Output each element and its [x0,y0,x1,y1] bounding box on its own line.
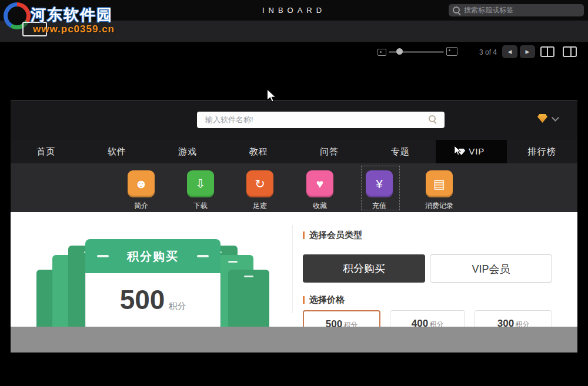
points-card-body: 500积分 [85,273,220,327]
shortcut-purchase-records[interactable]: ▤ 消费记录 [416,170,463,211]
panel-divider [292,225,293,313]
pane-icon [540,46,554,57]
shortcut-label: 消费记录 [416,201,463,211]
download-icon: ⇩ [187,170,214,197]
shortcut-label: 收藏 [296,201,343,211]
zoom-in-thumbnail-icon [446,47,457,56]
mouse-cursor-in-screenshot [454,145,462,159]
nav-item-topics[interactable]: 专题 [365,140,436,163]
layout-single-pane-button[interactable] [539,45,556,58]
recharge-panel: 积分购买 500积分 选择会员类型 积分购买 VIP会员 选择价格 500积分 … [11,212,577,327]
price-value: 500 [326,318,342,327]
price-option-500[interactable]: 500积分 [303,310,380,327]
nav-item-home[interactable]: 首页 [11,140,82,163]
nav-item-vip[interactable]: VIP [436,140,507,163]
points-card-title: 积分购买 [85,239,220,273]
layout-split-pane-button[interactable] [562,45,578,58]
nav-item-software[interactable]: 软件 [82,140,153,163]
library-search-input[interactable]: 搜索标题或标签 [449,4,584,16]
label-accent-bar [303,296,305,304]
shortcut-label: 简介 [118,201,165,211]
chevron-down-icon [552,114,559,122]
price-unit: 积分 [515,320,529,327]
price-option-300[interactable]: 300积分 [475,310,552,327]
price-unit: 积分 [343,321,358,327]
search-icon [453,6,462,15]
heart-icon: ♥ [306,170,333,197]
price-option-400[interactable]: 400积分 [390,310,465,327]
viewed-screenshot: 输入软件名称! 首页 软件 游戏 教程 问答 专题 VIP 排行榜 ☻ [11,100,577,353]
price-label: 选择价格 [303,294,345,306]
previous-image-button[interactable]: ◀ [502,45,517,58]
member-type-points-button[interactable]: 积分购买 [303,254,425,283]
page-footer-band [11,327,577,353]
software-search-placeholder: 输入软件名称! [205,112,253,128]
site-watermark: 河东软件园 www.pc0359.cn [0,0,129,42]
points-card: 积分购买 500积分 [85,239,220,327]
nav-item-games[interactable]: 游戏 [152,140,223,163]
nav-item-vip-label: VIP [469,146,485,156]
zoom-out-thumbnail-icon [377,49,386,56]
label-accent-bar [303,231,305,239]
stacked-card [228,270,269,327]
watermark-site-name: 河东软件园 [31,5,113,25]
shortcut-recharge[interactable]: ¥ 充值 [356,170,403,211]
shortcut-downloads[interactable]: ⇩ 下载 [177,170,224,211]
shortcut-label: 足迹 [236,201,283,211]
vip-account-badge[interactable] [537,113,561,125]
nav-item-ranking[interactable]: 排行榜 [507,140,578,163]
shortcut-history[interactable]: ↻ 足迹 [236,170,283,211]
price-value: 300 [497,318,514,327]
site-nav: 首页 软件 游戏 教程 问答 专题 VIP 排行榜 [11,140,577,163]
next-image-button[interactable]: ▶ [520,45,535,58]
history-clock-icon: ↻ [246,170,273,197]
mouse-cursor [266,88,277,106]
library-search-placeholder: 搜索标题或标签 [464,4,513,16]
shortcut-profile[interactable]: ☻ 简介 [118,170,165,211]
price-unit: 积分 [429,320,443,327]
watermark-site-url: www.pc0359.cn [33,24,115,35]
price-value: 400 [412,318,428,327]
shortcut-label: 下载 [177,201,224,211]
coin-icon: ¥ [366,170,393,197]
shortcut-label: 充值 [356,201,403,211]
shortcut-favorites[interactable]: ♥ 收藏 [296,170,343,211]
gem-icon [537,114,547,123]
inboard-window: INBOARD 搜索标题或标签 3 of 4 ◀ ▶ 输入软件名称! [0,0,588,386]
search-icon [429,115,437,124]
member-type-label: 选择会员类型 [303,230,362,241]
receipt-icon: ▤ [426,170,453,197]
zoom-slider-thumb[interactable] [396,48,403,55]
nav-item-tutorials[interactable]: 教程 [223,140,295,163]
profile-icon: ☻ [128,170,155,197]
member-type-vip-button[interactable]: VIP会员 [430,254,552,283]
software-search-input[interactable]: 输入软件名称! [197,112,445,128]
page-indicator: 3 of 4 [470,48,506,56]
nav-item-qa[interactable]: 问答 [294,140,365,163]
split-pane-icon [563,46,577,57]
site-header: 输入软件名称! [11,100,577,140]
points-card-unit: 积分 [168,301,186,311]
account-shortcut-row: ☻ 简介 ⇩ 下载 ↻ 足迹 ♥ 收藏 ¥ 充值 ▤ 消费记录 [11,163,577,212]
points-card-value: 500 [120,284,165,315]
